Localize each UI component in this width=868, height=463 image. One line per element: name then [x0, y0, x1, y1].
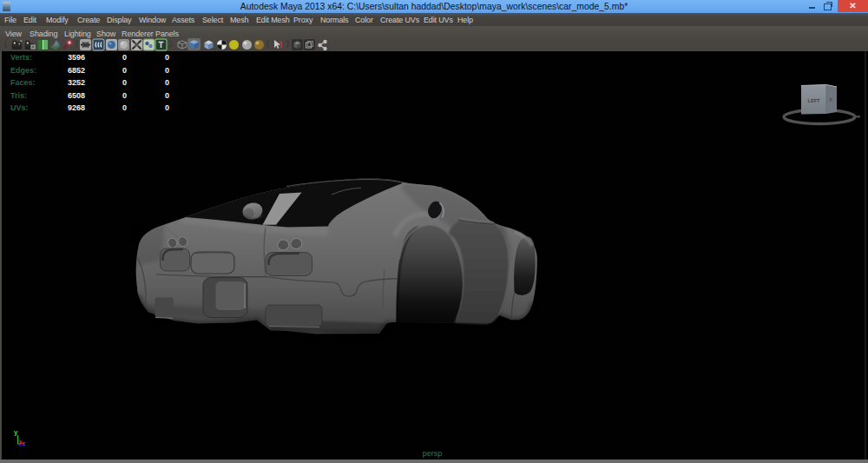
svg-text:LEFT: LEFT: [808, 98, 821, 103]
svg-text:z: z: [23, 440, 26, 446]
svg-text:y: y: [14, 428, 18, 436]
svg-text:x: x: [19, 439, 23, 445]
svg-text:F: F: [830, 97, 833, 103]
